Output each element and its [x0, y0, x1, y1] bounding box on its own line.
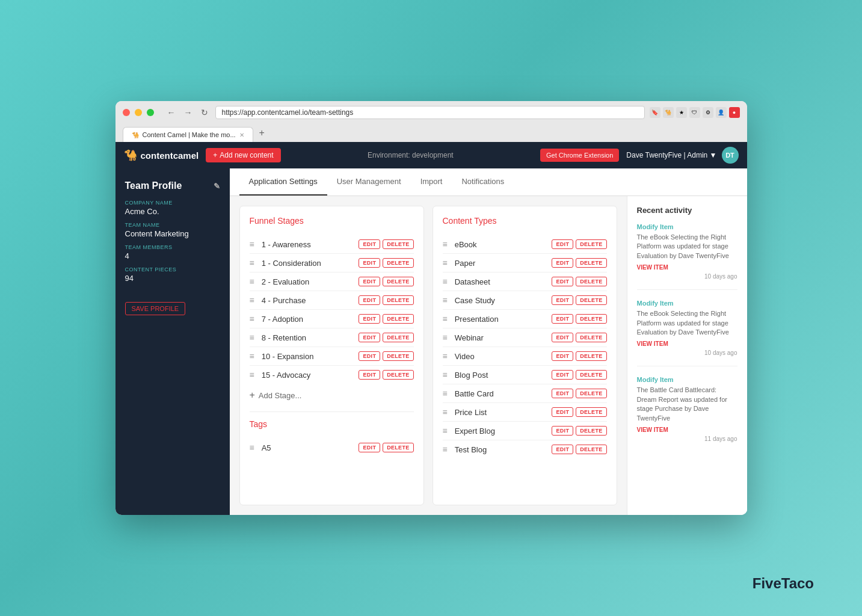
drag-icon: ≡ [443, 333, 448, 342]
drag-icon: ≡ [250, 277, 254, 286]
delete-consideration-button[interactable]: DELETE [383, 258, 413, 268]
save-profile-button[interactable]: SAVE PROFILE [125, 302, 186, 315]
drag-icon: ≡ [443, 314, 448, 324]
edit-retention-button[interactable]: EDIT [359, 333, 380, 342]
tab-import[interactable]: Import [411, 168, 452, 196]
tab-application-settings[interactable]: Application Settings [239, 168, 327, 196]
user-label: Dave TwentyFive | Admin ▼ [626, 151, 716, 159]
delete-pricelist-button[interactable]: DELETE [576, 407, 606, 417]
edit-pricelist-button[interactable]: EDIT [552, 407, 573, 417]
delete-paper-button[interactable]: DELETE [576, 258, 606, 268]
ext-icon-2: 🐪 [663, 107, 674, 118]
delete-battlecard-button[interactable]: DELETE [576, 389, 606, 398]
new-tab-button[interactable]: + [253, 124, 271, 142]
type-item-paper: ≡ Paper EDIT DELETE [443, 254, 607, 273]
stage-item-expansion: ≡ 10 - Expansion EDIT DELETE [250, 347, 414, 366]
delete-purchase-button[interactable]: DELETE [383, 295, 413, 305]
edit-expertblog-button[interactable]: EDIT [552, 426, 573, 436]
delete-blogpost-button[interactable]: DELETE [576, 370, 606, 380]
stage-item-retention: ≡ 8 - Retention EDIT DELETE [250, 328, 414, 347]
minimize-dot[interactable] [135, 109, 142, 116]
add-content-button[interactable]: + Add new content [206, 148, 280, 162]
tab-title: Content Camel | Make the mo... [143, 131, 236, 138]
maximize-dot[interactable] [147, 109, 154, 116]
activity-item-3: Modify Item The Battle Card Battlecard: … [637, 376, 737, 452]
edit-adoption-button[interactable]: EDIT [359, 314, 380, 324]
delete-video-button[interactable]: DELETE [576, 351, 606, 361]
edit-blogpost-button[interactable]: EDIT [552, 370, 573, 380]
type-item-battlecard: ≡ Battle Card EDIT DELETE [443, 384, 607, 403]
url-bar[interactable] [215, 106, 645, 119]
delete-tag-button[interactable]: DELETE [383, 443, 413, 452]
delete-adoption-button[interactable]: DELETE [383, 314, 413, 324]
edit-paper-button[interactable]: EDIT [552, 258, 573, 268]
delete-evaluation-button[interactable]: DELETE [383, 277, 413, 286]
stage-label: 15 - Advocacy [262, 371, 354, 380]
edit-advocacy-button[interactable]: EDIT [359, 370, 380, 380]
edit-consideration-button[interactable]: EDIT [359, 258, 380, 268]
type-label: Test Blog [455, 445, 547, 454]
activity-view-item-2[interactable]: VIEW ITEM [637, 340, 737, 347]
activity-desc-1: The eBook Selecting the Right Platform w… [637, 233, 737, 260]
edit-testblog-button[interactable]: EDIT [552, 445, 573, 454]
edit-casestudy-button[interactable]: EDIT [552, 295, 573, 305]
delete-webinar-button[interactable]: DELETE [576, 333, 606, 342]
add-stage-button[interactable]: + Add Stage... [250, 384, 414, 407]
drag-icon: ≡ [443, 258, 448, 268]
activity-view-item-3[interactable]: VIEW ITEM [637, 427, 737, 433]
delete-testblog-button[interactable]: DELETE [576, 445, 606, 454]
tab-bar: Application Settings User Management Imp… [230, 168, 747, 196]
recent-activity-title: Recent activity [637, 206, 737, 215]
edit-datasheet-button[interactable]: EDIT [552, 277, 573, 286]
edit-awareness-button[interactable]: EDIT [359, 239, 380, 249]
delete-presentation-button[interactable]: DELETE [576, 314, 606, 324]
edit-video-button[interactable]: EDIT [552, 351, 573, 361]
activity-time-3: 11 days ago [637, 436, 737, 442]
user-avatar-small: 👤 [716, 107, 727, 118]
stage-label: 1 - Consideration [262, 259, 354, 268]
edit-webinar-button[interactable]: EDIT [552, 333, 573, 342]
edit-ebook-button[interactable]: EDIT [552, 239, 573, 249]
edit-expansion-button[interactable]: EDIT [359, 351, 380, 361]
forward-button[interactable]: → [182, 106, 195, 119]
delete-expertblog-button[interactable]: DELETE [576, 426, 606, 436]
company-name-value: Acme Co. [125, 207, 220, 216]
delete-ebook-button[interactable]: DELETE [576, 239, 606, 249]
team-name-label: TEAM NAME [125, 222, 220, 228]
tab-user-management[interactable]: User Management [327, 168, 411, 196]
drag-icon: ≡ [443, 370, 448, 380]
type-item-expertblog: ≡ Expert Blog EDIT DELETE [443, 422, 607, 440]
edit-team-profile-icon[interactable]: ✎ [214, 182, 220, 191]
activity-view-item-1[interactable]: VIEW ITEM [637, 264, 737, 271]
delete-datasheet-button[interactable]: DELETE [576, 277, 606, 286]
stage-label: 7 - Adoption [262, 315, 354, 324]
delete-expansion-button[interactable]: DELETE [383, 351, 413, 361]
close-dot[interactable] [123, 109, 130, 116]
edit-evaluation-button[interactable]: EDIT [359, 277, 380, 286]
type-label: Datasheet [455, 277, 547, 286]
env-label: Environment: development [288, 151, 533, 159]
stage-label: 2 - Evaluation [262, 277, 354, 286]
edit-presentation-button[interactable]: EDIT [552, 314, 573, 324]
activity-action-2: Modify Item [637, 300, 737, 307]
tab-favicon: 🐪 [132, 132, 139, 138]
browser-tab[interactable]: 🐪 Content Camel | Make the mo... ✕ [123, 127, 253, 142]
delete-awareness-button[interactable]: DELETE [383, 239, 413, 249]
delete-advocacy-button[interactable]: DELETE [383, 370, 413, 380]
chrome-ext-button[interactable]: Get Chrome Extension [540, 149, 619, 162]
refresh-button[interactable]: ↻ [199, 106, 211, 119]
drag-icon: ≡ [250, 370, 254, 380]
delete-retention-button[interactable]: DELETE [383, 333, 413, 342]
user-menu[interactable]: Dave TwentyFive | Admin ▼ DT [626, 147, 738, 164]
logo: 🐪 contentcamel [124, 149, 199, 162]
type-item-presentation: ≡ Presentation EDIT DELETE [443, 310, 607, 328]
back-button[interactable]: ← [165, 106, 178, 119]
tab-notifications[interactable]: Notifications [452, 168, 514, 196]
ext-icon-3: ★ [676, 107, 687, 118]
edit-battlecard-button[interactable]: EDIT [552, 389, 573, 398]
delete-casestudy-button[interactable]: DELETE [576, 295, 606, 305]
type-label: Presentation [455, 315, 547, 324]
edit-tag-button[interactable]: EDIT [359, 443, 380, 452]
edit-purchase-button[interactable]: EDIT [359, 295, 380, 305]
tab-close-button[interactable]: ✕ [239, 132, 244, 138]
